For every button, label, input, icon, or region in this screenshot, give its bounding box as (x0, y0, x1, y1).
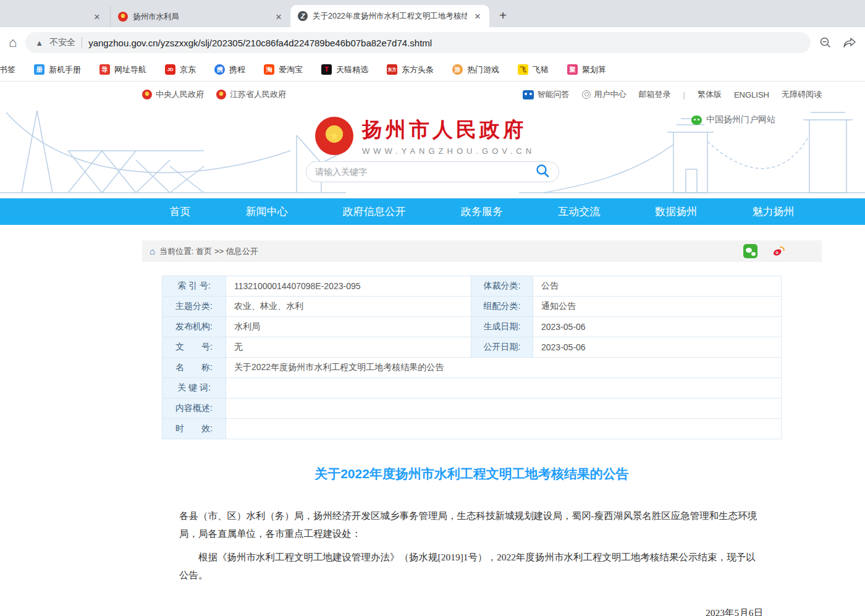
nav-interaction[interactable]: 互动交流 (558, 205, 600, 219)
home-icon[interactable]: ⌂ (9, 36, 17, 49)
browser-tab-bar: ✕ ★ 扬州市水利局 ✕ Z 关于2022年度扬州市水利工程文明工地考核结果的公… (0, 0, 865, 27)
table-row: 索 引 号: 11321000014407098E-2023-095 体裁分类:… (162, 276, 781, 297)
weibo-share-icon[interactable] (771, 244, 786, 259)
not-secure-warning-icon[interactable]: ▲ (35, 38, 43, 48)
bookmark-label: 东方头条 (402, 64, 434, 75)
breadcrumb-bar: ⌂ 当前位置: 首页 >> 信息公开 (142, 240, 822, 262)
tab-yangzhou-water-bureau[interactable]: ★ 扬州市水利局 ✕ (110, 6, 290, 27)
table-row: 发布机构: 水利局 生成日期: 2023-05-06 (162, 317, 781, 337)
robot-icon (523, 90, 534, 99)
bookmark-label: 京东 (180, 64, 196, 75)
person-icon (582, 90, 591, 99)
field-label: 生成日期: (471, 317, 533, 337)
nav-charm-yangzhou[interactable]: 魅力扬州 (752, 205, 794, 219)
field-value: 2023-05-06 (533, 337, 781, 357)
field-value: 2023-05-06 (533, 317, 781, 337)
bookmark-item[interactable]: 淘 爱淘宝 (264, 64, 303, 75)
table-row: 文 号: 无 公开日期: 2023-05-06 (162, 337, 781, 358)
bookmark-item[interactable]: 携 携程 (214, 64, 245, 75)
link-mail-login[interactable]: 邮箱登录 (639, 89, 671, 100)
bookmark-item[interactable]: 飞 飞猪 (518, 64, 549, 75)
field-label: 体裁分类: (471, 276, 533, 296)
bookmark-item[interactable]: 册 新机手册 (34, 64, 81, 75)
nav-gov-services[interactable]: 政务服务 (461, 205, 503, 219)
divider: | (683, 90, 685, 99)
article-body: 关于2022年度扬州市水利工程文明工地考核结果的公告 各县（市、区）水利（务）局… (162, 465, 782, 616)
bookmark-item[interactable]: 游 热门游戏 (452, 64, 499, 75)
bookmark-label: 天猫精选 (336, 64, 368, 75)
wechat-share-icon[interactable] (743, 244, 757, 258)
table-row: 时 效: (162, 419, 781, 439)
url-field[interactable]: ▲ 不安全 yangzhou.gov.cn/yzszxxgk/slj/20230… (25, 32, 811, 53)
bookmark-item[interactable]: JD 京东 (165, 64, 196, 75)
bookmark-label: 携程 (229, 64, 245, 75)
bookmark-icon: JD (165, 64, 175, 75)
breadcrumb: 当前位置: 首页 >> 信息公开 (159, 246, 258, 257)
new-tab-button[interactable]: + (494, 7, 512, 24)
bookmark-icon: 携 (214, 64, 225, 75)
search-icon[interactable] (535, 163, 550, 180)
field-label: 索 引 号: (162, 276, 226, 296)
wechat-icon (691, 116, 702, 125)
article-paragraph: 根据《扬州市水利工程文明工地建设管理办法》（扬水规[2019]1号），2022年… (162, 549, 782, 584)
divider (82, 37, 82, 48)
nav-gov-info-disclosure[interactable]: 政府信息公开 (343, 205, 406, 219)
field-value (226, 399, 781, 418)
bookmark-label: 飞猪 (533, 64, 549, 75)
field-label: 关 键 词: (162, 378, 226, 398)
site-logo[interactable]: ★ 扬州市人民政府 WWW.YANGZHOU.GOV.CN (315, 116, 550, 156)
field-value (226, 419, 781, 439)
not-secure-label: 不安全 (49, 37, 75, 48)
bookmark-icon: 游 (452, 64, 463, 75)
bookmark-icon: 导 (99, 64, 110, 75)
link-jiangsu-government[interactable]: ★ 江苏省人民政府 (216, 89, 286, 100)
field-label: 发布机构: (162, 317, 226, 337)
bookmark-label: 机书签 (0, 64, 15, 75)
link-label: 用户中心 (594, 89, 627, 100)
url-text[interactable]: yangzhou.gov.cn/yzszxxgk/slj/202305/210c… (88, 38, 432, 48)
link-english[interactable]: ENGLISH (734, 90, 769, 99)
site-banner: ★ 扬州市人民政府 WWW.YANGZHOU.GOV.CN 中国扬州门户网站 (0, 108, 865, 198)
home-icon[interactable]: ⌂ (150, 247, 155, 256)
field-value (226, 378, 781, 398)
portal-label: 中国扬州门户网站 (706, 114, 775, 125)
zoom-out-icon[interactable] (819, 36, 832, 49)
link-user-center[interactable]: 用户中心 (582, 89, 627, 100)
share-icon[interactable] (843, 36, 856, 49)
portal-link[interactable]: 中国扬州门户网站 (691, 114, 775, 125)
close-icon[interactable]: ✕ (472, 11, 483, 22)
nav-data-yangzhou[interactable]: 数据扬州 (655, 205, 697, 219)
bookmark-item[interactable]: 导 网址导航 (99, 64, 146, 75)
field-label: 时 效: (162, 419, 226, 439)
link-label: 智能问答 (538, 89, 570, 100)
search-input[interactable] (315, 167, 535, 177)
link-label: 江苏省人民政府 (230, 89, 286, 100)
article-date: 2023年5月6日 (162, 607, 782, 616)
bookmark-item[interactable]: 聚 聚划算 (567, 64, 606, 75)
table-row: 内容概述: (162, 399, 781, 419)
nav-news-center[interactable]: 新闻中心 (246, 205, 288, 219)
field-value: 关于2022年度扬州市水利工程文明工地考核结果的公告 (226, 358, 781, 378)
bookmark-label: 热门游戏 (467, 64, 499, 75)
gov-emblem-icon: ★ (118, 12, 128, 22)
field-value: 农业、林业、水利 (226, 297, 471, 316)
close-icon[interactable]: ✕ (273, 11, 284, 22)
tab-announcement-active[interactable]: Z 关于2022年度扬州市水利工程文明工地考核结果的公告 ✕ (290, 5, 489, 27)
tab-title: 扬州市水利局 (133, 12, 268, 22)
link-accessibility[interactable]: 无障碍阅读 (782, 89, 822, 100)
tab-partial[interactable]: ✕ (0, 6, 110, 27)
bookmark-item[interactable]: 机书签 (0, 64, 15, 75)
field-label: 文 号: (162, 337, 226, 357)
link-traditional-chinese[interactable]: 繁体版 (698, 89, 722, 100)
bridge-sketch-left (0, 108, 346, 198)
bookmark-item[interactable]: 东方 东方头条 (387, 64, 434, 75)
bookmarks-bar: 机书签 册 新机手册 导 网址导航 JD 京东 携 携程 淘 爱淘宝 T 天猫精… (0, 58, 865, 82)
bookmark-label: 新机手册 (49, 64, 81, 75)
link-smart-qa[interactable]: 智能问答 (523, 89, 570, 100)
bookmark-item[interactable]: T 天猫精选 (321, 64, 368, 75)
close-icon[interactable]: ✕ (91, 11, 103, 22)
bookmark-icon: 飞 (518, 64, 528, 75)
nav-home[interactable]: 首页 (170, 205, 191, 219)
bookmark-label: 聚划算 (582, 64, 606, 75)
link-central-government[interactable]: ★ 中央人民政府 (142, 89, 204, 100)
